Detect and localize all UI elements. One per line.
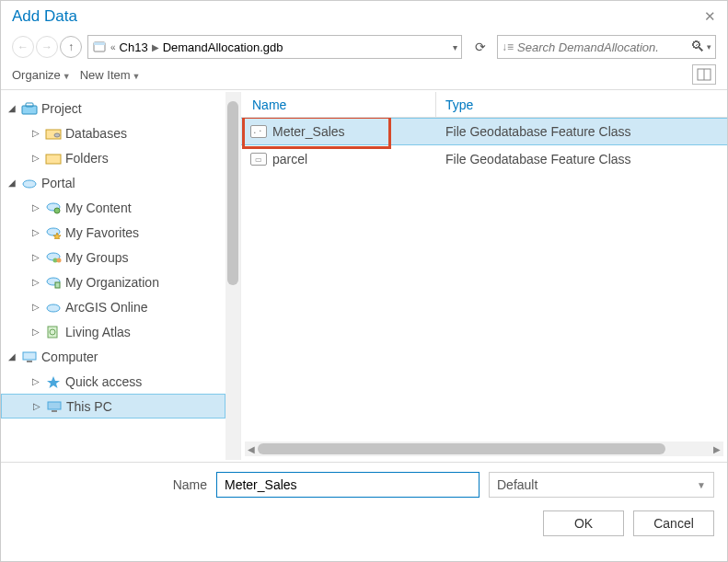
tree-label: Folders xyxy=(65,151,109,166)
tree-item-my-groups[interactable]: ▷ My Groups xyxy=(1,245,225,270)
svg-point-16 xyxy=(57,258,62,262)
nav-back-button[interactable]: ← xyxy=(12,36,34,58)
scroll-left-icon[interactable]: ◀ xyxy=(245,444,258,454)
tree-item-this-pc[interactable]: ▷ This PC xyxy=(1,394,225,419)
location-icon xyxy=(92,40,107,54)
tree-item-my-organization[interactable]: ▷ My Organization xyxy=(1,270,225,294)
tree-scrollbar[interactable] xyxy=(225,92,240,460)
tree-item-folders[interactable]: ▷ Folders xyxy=(1,145,225,170)
search-box[interactable]: ↓≡ 🔍︎ ▾ xyxy=(497,35,716,59)
scroll-right-icon[interactable]: ▶ xyxy=(711,444,723,454)
folder-icon xyxy=(44,150,63,166)
new-item-menu[interactable]: New Item▼ xyxy=(80,68,141,82)
tree-label: Quick access xyxy=(65,374,142,389)
tree-label: My Content xyxy=(65,201,132,215)
tree-label: Living Atlas xyxy=(65,325,131,339)
ok-button[interactable]: OK xyxy=(543,510,624,536)
tree-label: ArcGIS Online xyxy=(65,300,147,315)
breadcrumb-item[interactable]: Ch13 xyxy=(120,40,148,54)
tree-label: My Organization xyxy=(65,275,159,290)
window-title: Add Data xyxy=(12,7,77,26)
cloud-icon xyxy=(20,175,39,191)
tree-item-my-favorites[interactable]: ▷ My Favorites xyxy=(1,220,225,245)
organize-label: Organize xyxy=(12,68,61,82)
tree-item-arcgis-online[interactable]: ▷ ArcGIS Online xyxy=(1,294,225,319)
tree-item-portal[interactable]: ◢ Portal xyxy=(1,170,225,195)
expand-icon[interactable]: ▷ xyxy=(31,401,42,411)
divider xyxy=(1,462,727,463)
name-label: Name xyxy=(14,477,207,492)
new-item-label: New Item xyxy=(80,68,131,82)
cancel-button[interactable]: Cancel xyxy=(633,510,714,536)
cloud-building-icon xyxy=(44,274,63,291)
atlas-icon xyxy=(44,324,63,340)
tree-label: My Groups xyxy=(65,250,128,265)
chevron-down-icon: ▼ xyxy=(697,480,706,490)
scrollbar-thumb[interactable] xyxy=(258,443,665,454)
svg-point-19 xyxy=(47,304,60,312)
collapse-icon[interactable]: ◢ xyxy=(6,178,17,188)
tree-item-quick-access[interactable]: ▷ Quick access xyxy=(1,369,225,394)
search-input[interactable] xyxy=(517,40,688,54)
refresh-button[interactable]: ⟳ xyxy=(469,36,491,58)
scrollbar-thumb[interactable] xyxy=(227,101,238,285)
nav-forward-button[interactable]: → xyxy=(36,36,58,58)
svg-rect-18 xyxy=(55,282,60,288)
svg-rect-25 xyxy=(48,402,61,409)
expand-icon[interactable]: ▷ xyxy=(30,227,41,237)
svg-rect-23 xyxy=(27,361,32,362)
tree-label: Databases xyxy=(65,126,127,141)
expand-icon[interactable]: ▷ xyxy=(30,252,41,262)
filter-select[interactable]: Default ▼ xyxy=(489,472,714,498)
expand-icon[interactable]: ▷ xyxy=(30,376,41,386)
briefcase-icon xyxy=(20,100,39,117)
svg-rect-22 xyxy=(23,352,36,360)
tree-label: This PC xyxy=(66,399,112,414)
svg-point-9 xyxy=(23,180,36,188)
name-input[interactable] xyxy=(216,472,480,498)
tree-item-computer[interactable]: ◢ Computer xyxy=(1,344,225,369)
cloud-group-icon xyxy=(44,249,63,266)
list-item-type: File Geodatabase Feature Class xyxy=(436,152,727,166)
view-mode-button[interactable] xyxy=(692,64,716,85)
close-icon[interactable]: ✕ xyxy=(704,8,716,25)
breadcrumb[interactable]: « Ch13 ▶ DemandAllocation.gdb ▾ xyxy=(87,35,462,59)
tree-item-living-atlas[interactable]: ▷ Living Atlas xyxy=(1,319,225,344)
cloud-online-icon xyxy=(44,299,63,315)
chevron-right-icon: ▶ xyxy=(152,42,159,52)
computer-icon xyxy=(20,349,39,365)
expand-icon[interactable]: ▷ xyxy=(30,277,41,287)
tree-item-databases[interactable]: ▷ Databases xyxy=(1,120,225,145)
breadcrumb-item[interactable]: DemandAllocation.gdb xyxy=(163,40,283,54)
nav-up-button[interactable]: ↑ xyxy=(60,36,82,58)
breadcrumb-prefix: « xyxy=(110,42,116,52)
tree-label: My Favorites xyxy=(65,225,139,240)
svg-point-11 xyxy=(54,208,60,213)
svg-rect-8 xyxy=(46,155,61,164)
organize-menu[interactable]: Organize▼ xyxy=(12,68,71,82)
breadcrumb-dropdown-icon[interactable]: ▾ xyxy=(453,42,457,52)
tree-item-project[interactable]: ◢ Project xyxy=(1,96,225,120)
collapse-icon[interactable]: ◢ xyxy=(6,351,17,361)
list-item-type: File Geodatabase Feature Class xyxy=(436,124,727,139)
column-header-name[interactable]: Name xyxy=(241,92,436,117)
expand-icon[interactable]: ▷ xyxy=(30,302,41,312)
column-header-type[interactable]: Type xyxy=(436,92,727,117)
search-dropdown-icon[interactable]: ▾ xyxy=(707,42,711,52)
tree-label: Project xyxy=(41,101,82,116)
expand-icon[interactable]: ▷ xyxy=(30,202,41,212)
svg-point-7 xyxy=(54,133,60,137)
expand-icon[interactable]: ▷ xyxy=(30,128,41,138)
search-icon[interactable]: 🔍︎ xyxy=(690,39,705,55)
svg-rect-26 xyxy=(52,410,57,412)
sort-icon[interactable]: ↓≡ xyxy=(502,40,514,53)
list-row[interactable]: ⠄⠂ Meter_Sales File Geodatabase Feature … xyxy=(241,118,727,145)
collapse-icon[interactable]: ◢ xyxy=(6,103,17,113)
tree-item-my-content[interactable]: ▷ My Content xyxy=(1,195,225,220)
svg-marker-24 xyxy=(47,376,60,388)
list-row[interactable]: ▭ parcel File Geodatabase Feature Class xyxy=(241,145,727,173)
expand-icon[interactable]: ▷ xyxy=(30,153,41,163)
expand-icon[interactable]: ▷ xyxy=(30,327,41,337)
list-h-scrollbar[interactable]: ◀ ▶ xyxy=(245,442,723,456)
feature-class-polygon-icon: ▭ xyxy=(250,153,267,166)
